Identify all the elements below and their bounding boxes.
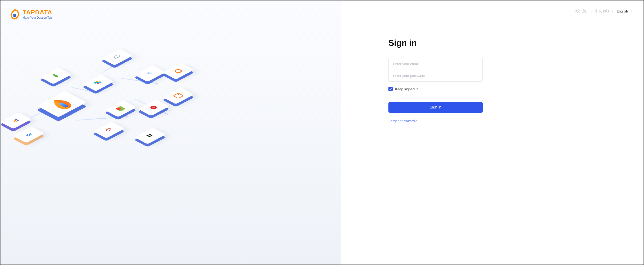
email-input[interactable] bbox=[389, 58, 482, 70]
svg-point-7 bbox=[151, 73, 153, 74]
svg-line-15 bbox=[149, 135, 151, 136]
svg-point-12 bbox=[150, 135, 153, 136]
tile-hex: Ti bbox=[140, 98, 166, 112]
svg-point-2 bbox=[98, 81, 102, 83]
red-hexagon-icon: Ti bbox=[149, 105, 158, 110]
lang-zh-simplified[interactable]: 中文 (简) bbox=[574, 9, 588, 13]
login-page: TAPDATA Make Your Data on Tap bbox=[0, 0, 644, 265]
credential-fields bbox=[388, 58, 483, 82]
svg-text:PXC: PXC bbox=[116, 56, 120, 58]
tile-elastic bbox=[85, 73, 111, 88]
svg-rect-22 bbox=[30, 133, 32, 135]
svg-point-4 bbox=[96, 82, 99, 83]
keep-signed-in-checkbox[interactable] bbox=[388, 87, 393, 91]
keep-signed-in-label: Keep signed in bbox=[395, 87, 418, 91]
pxc-dolphin-icon: PXC bbox=[111, 54, 123, 60]
brand-block: TAPDATA Make Your Data on Tap bbox=[10, 9, 52, 20]
tile-main bbox=[42, 89, 68, 103]
svg-point-11 bbox=[149, 134, 151, 135]
orange-square-icon bbox=[173, 93, 184, 99]
brand-tagline: Make Your Data on Tap bbox=[22, 16, 52, 19]
hero-panel: TAPDATA Make Your Data on Tap bbox=[0, 0, 341, 265]
password-input[interactable] bbox=[389, 70, 482, 81]
elasticsearch-icon bbox=[92, 80, 104, 86]
language-switcher: 中文 (简) | 中文 (繁) | English | bbox=[574, 9, 632, 13]
svg-point-0 bbox=[93, 82, 97, 84]
svg-point-6 bbox=[150, 74, 151, 74]
tile-pxc: PXC bbox=[104, 47, 130, 62]
kafka-icon bbox=[145, 133, 156, 139]
lang-english[interactable]: English bbox=[616, 9, 628, 13]
tile-ring bbox=[165, 62, 191, 76]
tile-bars-1 bbox=[3, 111, 29, 125]
signin-title: Sign in bbox=[388, 38, 483, 48]
signin-panel: 中文 (简) | 中文 (繁) | English | Sign in Keep… bbox=[341, 0, 644, 265]
signin-form: Sign in Keep signed in Sign in Forget pa… bbox=[388, 38, 483, 123]
tile-bars-2 bbox=[16, 125, 42, 139]
tile-flower bbox=[108, 99, 134, 113]
shopping-cart-icon bbox=[146, 71, 154, 76]
hero-illustration: PXC Ti bbox=[0, 33, 341, 265]
brand-name: TAPDATA bbox=[22, 9, 52, 16]
redhat-icon bbox=[104, 127, 114, 133]
lang-zh-traditional[interactable]: 中文 (繁) bbox=[595, 9, 609, 13]
svg-point-1 bbox=[96, 80, 99, 82]
forgot-password-link[interactable]: Forget password? bbox=[388, 119, 417, 123]
keep-signed-in-row: Keep signed in bbox=[388, 87, 483, 91]
bar-chart-icon bbox=[11, 118, 21, 123]
tile-cart bbox=[137, 64, 163, 78]
tile-square bbox=[165, 86, 191, 100]
tile-leaf bbox=[43, 66, 69, 80]
bar-chart-icon bbox=[24, 132, 34, 137]
signin-button[interactable]: Sign in bbox=[388, 102, 483, 113]
tile-redhat bbox=[96, 120, 122, 135]
tapdata-logo-icon bbox=[10, 9, 20, 20]
tile-kafka bbox=[137, 126, 163, 141]
svg-line-14 bbox=[148, 135, 150, 136]
orange-ring-icon bbox=[173, 68, 183, 74]
green-flower-icon bbox=[115, 106, 126, 112]
tapdata-drop-icon bbox=[47, 96, 76, 112]
svg-rect-21 bbox=[29, 134, 31, 135]
mongodb-leaf-icon bbox=[51, 73, 61, 79]
